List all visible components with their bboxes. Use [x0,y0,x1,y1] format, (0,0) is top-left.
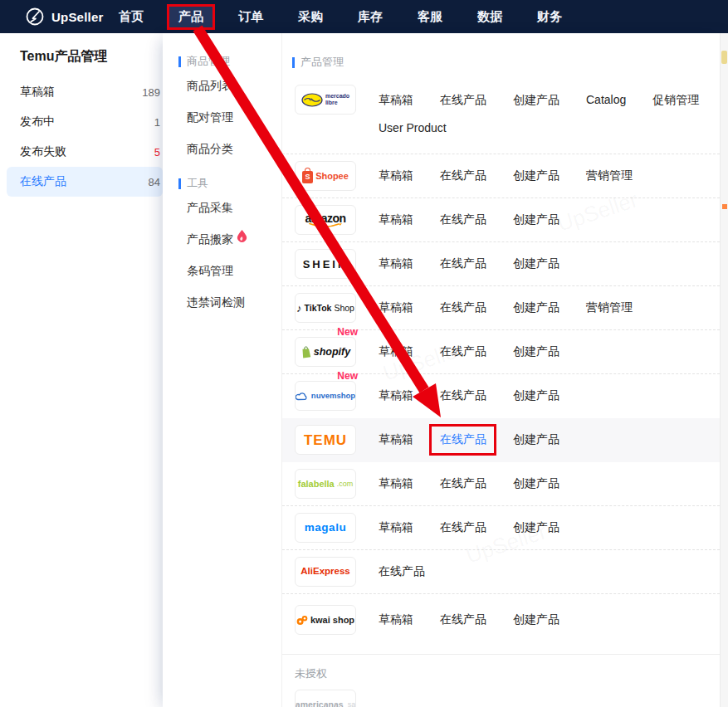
sidebar-item-count: 5 [154,146,160,158]
platform-link[interactable]: 创建产品 [513,93,559,108]
platform-link[interactable]: 草稿箱 [379,300,413,315]
menu-item[interactable]: 产品采集 [187,192,281,223]
platform-link[interactable]: 创建产品 [513,520,559,535]
platform-link[interactable]: 在线产品 [440,168,486,183]
nav-item-6[interactable]: 客服 [400,0,460,33]
fire-icon [237,230,247,242]
menu-item[interactable]: 配对管理 [187,101,281,133]
platform-link[interactable]: 在线产品 [440,476,486,491]
aliexpress-logo: AliExpress [300,567,349,577]
sidebar-item-label: 发布失败 [20,144,66,159]
sidebar: Temu产品管理 草稿箱 189 发布中 1 发布失败 5 在线产品 84 [0,33,163,707]
clipped-content-fragment [721,51,727,64]
platform-link[interactable]: 营销管理 [586,300,633,315]
platform-link[interactable]: Catalog [586,93,626,108]
platform-link[interactable]: 创建产品 [513,612,559,627]
platform-link[interactable]: 草稿箱 [379,520,413,535]
menu-content-panel: UpSeller UpSeller UpSeller 产品管理 mercadol… [282,33,728,707]
nav-item-5[interactable]: 库存 [340,0,400,33]
menu-item[interactable]: 商品列表 [187,70,281,101]
nuvemshop-logo-box: nuvemshop [295,381,356,411]
nav-item-8[interactable]: 财务 [520,0,579,33]
unauthorized-label: 未授权 [295,666,728,681]
nav-item-4[interactable]: 采购 [281,0,340,33]
platform-link[interactable]: 在线产品 [440,300,486,315]
shein-logo-box: SHEIN [295,249,356,279]
annotation-box-nav: 产品 [167,4,215,30]
platform-link[interactable]: 在线产品 [440,344,486,359]
amazon-logo: amazon [305,212,345,228]
platform-link[interactable]: 创建产品 [513,388,559,403]
tiktok-note-icon: ♪ [296,303,302,314]
nav-item-1[interactable]: 首页 [101,0,161,33]
panel-header: 产品管理 [292,55,728,70]
platform-link[interactable]: 草稿箱 [379,476,413,491]
platform-link[interactable]: 草稿箱 [379,93,413,108]
platform-link[interactable]: 在线产品 [440,256,486,271]
platform-row-nuvemshop: nuvemshop New 草稿箱在线产品创建产品 [282,374,720,418]
unauthorized-section: 未授权 americanassa [282,655,728,707]
nav-item-3[interactable]: 订单 [221,0,281,33]
platform-link[interactable]: 营销管理 [586,168,633,183]
platform-row-mercadolibre: mercadolibre 草稿箱在线产品创建产品Catalog促销管理User … [282,80,720,154]
platform-link[interactable]: 草稿箱 [379,432,413,447]
menu-left-column: 商品管理 商品列表 配对管理 商品分类 工具 产品采集 产品搬家 条码管理 违禁… [163,33,282,707]
nav-item-7[interactable]: 数据 [460,0,520,33]
mercadolibre-logo-box: mercadolibre [295,85,356,115]
platform-link[interactable]: 在线产品 [440,93,486,108]
platform-row-aliexpress: AliExpress 在线产品 [282,550,720,594]
platform-link[interactable]: 促销管理 [652,93,699,108]
sidebar-item-1[interactable]: 草稿箱 189 [0,77,163,107]
sidebar-item-4[interactable]: 在线产品 84 [7,167,163,197]
menu-item[interactable]: 商品分类 [187,133,281,164]
platform-link[interactable]: 创建产品 [513,256,559,271]
sidebar-item-count: 189 [142,86,160,99]
platform-link[interactable]: 在线产品 [379,564,425,579]
platform-row-kwai: kwai shop 草稿箱在线产品创建产品 [282,594,720,655]
platform-link[interactable]: 在线产品 [440,212,486,227]
upseller-logo[interactable]: UpSeller [25,0,103,33]
platform-link[interactable]: 创建产品 [513,212,559,227]
platform-link[interactable]: 在线产品 [440,520,486,535]
sidebar-item-label: 在线产品 [20,174,66,189]
menu-item[interactable]: 条码管理 [187,255,281,286]
platform-link-active[interactable]: 在线产品 [440,432,486,447]
platform-link[interactable]: 草稿箱 [379,212,413,227]
platform-link[interactable]: 草稿箱 [379,612,413,627]
tiktok-shop-logo: ♪TikTokShop [296,303,354,314]
sidebar-item-3[interactable]: 发布失败 5 [0,137,163,167]
platform-row-amazon: amazon 草稿箱在线产品创建产品 [282,198,720,242]
kwai-logo-box: kwai shop [295,605,356,635]
upseller-swirl-icon [25,7,45,27]
mercadolibre-logo: mercadolibre [301,93,349,107]
platform-link[interactable]: 草稿箱 [379,256,413,271]
clipped-content-fragment [722,204,727,209]
platform-link[interactable]: 创建产品 [513,432,559,447]
nav-items: 首页产品订单采购库存客服数据财务 [101,0,579,33]
sidebar-item-2[interactable]: 发布中 1 [0,107,163,137]
platform-link[interactable]: 在线产品 [440,388,486,403]
shopify-logo: shopify [300,346,350,358]
platform-link[interactable]: 草稿箱 [379,168,413,183]
platform-link[interactable]: 草稿箱 [379,344,413,359]
platform-link[interactable]: 草稿箱 [379,388,413,403]
menu-item[interactable]: 违禁词检测 [187,286,281,318]
platform-link[interactable]: User Product [379,121,447,134]
americanas-logo-box: americanassa [295,690,356,707]
platform-link[interactable]: 在线产品 [440,612,486,627]
temu-logo: TEMU [304,433,347,447]
brand-text: UpSeller [51,10,103,24]
menu-item[interactable]: 产品搬家 [187,223,281,255]
sidebar-item-label: 发布中 [20,115,55,129]
top-navbar: UpSeller 首页产品订单采购库存客服数据财务 [0,0,728,33]
platform-link[interactable]: 创建产品 [513,168,559,183]
shopify-bag-icon [300,346,311,358]
falabella-logo-box: falabella.com [295,469,356,499]
aliexpress-logo-box: AliExpress [295,557,356,587]
nav-item-2[interactable]: 产品 [161,0,221,33]
shopee-bag-icon: S [302,171,313,183]
platform-link[interactable]: 创建产品 [513,476,559,491]
platform-row-shopee: S Shopee 草稿箱在线产品创建产品营销管理 [282,154,720,198]
platform-link[interactable]: 创建产品 [513,344,559,359]
platform-link[interactable]: 创建产品 [513,300,559,315]
